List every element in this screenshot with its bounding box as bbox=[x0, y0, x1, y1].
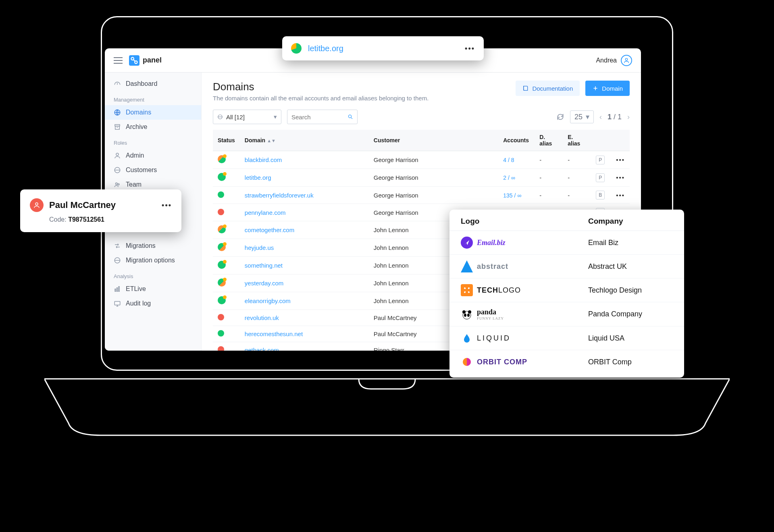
search-input[interactable] bbox=[291, 114, 347, 121]
domain-tab-label[interactable]: letitbe.org bbox=[308, 44, 343, 53]
add-domain-button[interactable]: Domain bbox=[585, 81, 630, 96]
domain-link[interactable]: yesterday.com bbox=[245, 280, 283, 287]
accounts-link[interactable]: 135 / ∞ bbox=[503, 192, 521, 199]
domain-link[interactable]: herecomesthesun.net bbox=[245, 330, 303, 337]
plan-badge: B bbox=[596, 191, 605, 200]
chevron-down-icon: ▾ bbox=[586, 112, 589, 121]
sidebar-item-customers[interactable]: Customers bbox=[105, 163, 201, 177]
kebab-icon[interactable]: ••• bbox=[616, 156, 625, 163]
company-name: Techlogo Design bbox=[588, 286, 673, 295]
customer-cell: George Harrison bbox=[369, 151, 498, 169]
sidebar-item-audit-log[interactable]: Audit log bbox=[105, 296, 201, 311]
domain-link[interactable]: strawberryfieldsforever.uk bbox=[245, 192, 314, 199]
table-row: strawberryfieldsforever.ukGeorge Harriso… bbox=[213, 187, 630, 204]
migrate-icon bbox=[114, 242, 121, 249]
domain-link[interactable]: eleanorrigby.com bbox=[245, 297, 291, 304]
col-customer: Customer bbox=[369, 130, 498, 151]
user-avatar[interactable] bbox=[621, 55, 632, 66]
sidebar-item-label: Migration options bbox=[126, 257, 175, 264]
ealias-cell: - bbox=[563, 151, 591, 169]
brand-icon bbox=[129, 55, 139, 66]
user-code-label: Code: bbox=[49, 216, 67, 223]
menu-toggle-icon[interactable] bbox=[114, 57, 123, 64]
sidebar-item-dashboard[interactable]: Dashboard bbox=[105, 77, 201, 91]
dalias-cell: - bbox=[535, 169, 563, 187]
globe-icon bbox=[217, 114, 223, 120]
page-next[interactable]: › bbox=[627, 113, 630, 121]
domain-link[interactable]: cometogether.com bbox=[245, 227, 294, 233]
filter-select[interactable]: All [12] ▾ bbox=[213, 110, 281, 124]
svg-point-18 bbox=[35, 203, 38, 205]
status-swirl-icon bbox=[291, 43, 302, 54]
company-name: Liquid USA bbox=[588, 334, 673, 343]
svg-point-23 bbox=[467, 314, 470, 317]
logo-cell: abstract bbox=[461, 260, 541, 272]
status-icon bbox=[218, 330, 224, 337]
status-icon bbox=[218, 209, 224, 215]
accounts-link[interactable]: 2 / ∞ bbox=[503, 175, 515, 181]
logo-icon bbox=[461, 284, 473, 296]
domain-tab-card: letitbe.org ••• bbox=[282, 36, 484, 60]
col-domain[interactable]: Domain▲▼ bbox=[240, 130, 369, 151]
sidebar-item-migrations[interactable]: Migrations bbox=[105, 239, 201, 253]
svg-point-9 bbox=[118, 183, 119, 185]
domain-link[interactable]: blackbird.com bbox=[245, 156, 282, 163]
logo-icon bbox=[461, 332, 473, 344]
sidebar-section-roles: Roles bbox=[105, 134, 201, 148]
kebab-icon[interactable]: ••• bbox=[465, 44, 475, 53]
col-accounts: Accounts bbox=[498, 130, 535, 151]
svg-rect-15 bbox=[114, 301, 120, 305]
kebab-icon[interactable]: ••• bbox=[162, 201, 172, 210]
kebab-icon[interactable]: ••• bbox=[616, 174, 625, 181]
monitor-icon bbox=[114, 300, 121, 307]
status-icon bbox=[218, 191, 224, 198]
page-title: Domains bbox=[213, 81, 429, 93]
logo-cell: pandaFUNNY LAZY bbox=[461, 308, 541, 320]
page-size-select[interactable]: 25 ▾ bbox=[570, 110, 594, 123]
domain-link[interactable]: pennylane.com bbox=[245, 209, 286, 216]
status-icon bbox=[218, 225, 226, 233]
svg-point-22 bbox=[464, 314, 466, 317]
documentation-button[interactable]: Documentation bbox=[516, 81, 580, 96]
sidebar-item-label: Dashboard bbox=[126, 80, 157, 87]
refresh-button[interactable] bbox=[556, 113, 564, 121]
svg-rect-14 bbox=[119, 287, 119, 291]
company-name: ORBIT Comp bbox=[588, 358, 673, 366]
sidebar-item-label: Team bbox=[126, 181, 141, 188]
user-avatar-icon bbox=[30, 198, 44, 212]
company-row: ORBIT COMPORBIT Comp bbox=[449, 350, 684, 374]
svg-rect-12 bbox=[115, 289, 116, 291]
customer-cell: George Harrison bbox=[369, 187, 498, 204]
status-icon bbox=[218, 314, 224, 320]
globe-icon bbox=[114, 109, 121, 116]
svg-point-8 bbox=[116, 183, 118, 185]
dalias-cell: - bbox=[535, 187, 563, 204]
sidebar-section-analysis: Analysis bbox=[105, 268, 201, 282]
logo-cell: LIQUID bbox=[461, 332, 541, 344]
page-prev[interactable]: ‹ bbox=[599, 113, 602, 121]
kebab-icon[interactable]: ••• bbox=[616, 192, 625, 199]
page-indicator: 1 / 1 bbox=[608, 113, 622, 121]
col-ealias: E. alias bbox=[563, 130, 591, 151]
logocard-col-company: Company bbox=[588, 217, 673, 226]
page-subtitle: The domains contain all the email accoun… bbox=[213, 95, 429, 102]
svg-point-20 bbox=[462, 310, 466, 314]
book-icon bbox=[522, 85, 529, 91]
status-icon bbox=[218, 155, 226, 163]
logocard-col-logo: Logo bbox=[461, 217, 479, 226]
user-code-value: T987512561 bbox=[68, 216, 104, 223]
domain-link[interactable]: something.net bbox=[245, 262, 283, 269]
sidebar-item-migration-options[interactable]: Migration options bbox=[105, 253, 201, 268]
accounts-link[interactable]: 4 / 8 bbox=[503, 157, 514, 163]
chart-icon bbox=[114, 285, 121, 293]
sidebar-item-domains[interactable]: Domains bbox=[105, 105, 201, 120]
sidebar-item-archive[interactable]: Archive bbox=[105, 120, 201, 134]
domain-link[interactable]: letitbe.org bbox=[245, 174, 271, 181]
sidebar-item-admin[interactable]: Admin bbox=[105, 148, 201, 163]
sidebar-item-etlive[interactable]: ETLive bbox=[105, 282, 201, 296]
domain-link[interactable]: getback.com bbox=[245, 347, 279, 351]
sidebar-item-label: Domains bbox=[126, 109, 151, 116]
logo-icon bbox=[461, 356, 473, 368]
domain-link[interactable]: revolution.uk bbox=[245, 314, 279, 321]
domain-link[interactable]: heyjude.us bbox=[245, 244, 274, 251]
